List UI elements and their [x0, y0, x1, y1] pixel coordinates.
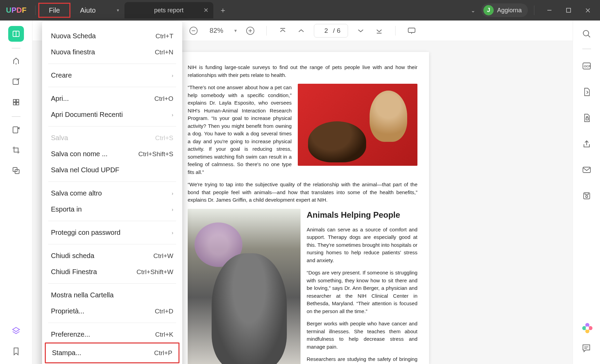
- rail-separator: [582, 49, 591, 49]
- menu-new-window[interactable]: Nuova finestra Ctrl+N: [42, 44, 182, 60]
- menu-help[interactable]: Aiuto: [70, 3, 105, 18]
- tab-bar: ▼ pets report ✕ ＋: [111, 2, 466, 18]
- svg-text:OCR: OCR: [584, 65, 591, 68]
- menu-separator: [48, 87, 176, 87]
- new-tab-button[interactable]: ＋: [216, 3, 230, 17]
- zoom-level: 82%: [206, 27, 227, 35]
- pdf-page: NIH is funding large-scale surveys to fi…: [176, 52, 429, 364]
- rail-separator: [12, 48, 21, 49]
- avatar: J: [483, 5, 494, 15]
- layers-button[interactable]: [8, 323, 24, 339]
- reader-mode-button[interactable]: [8, 26, 24, 42]
- tab-document[interactable]: pets report ✕: [124, 2, 213, 18]
- title-bar-right: ⌄ J Aggiorna: [466, 3, 597, 17]
- zoom-in-button[interactable]: [244, 25, 256, 37]
- menu-protect[interactable]: Proteggi con password ›: [42, 225, 182, 241]
- organize-pages-button[interactable]: [8, 94, 24, 110]
- close-button[interactable]: [579, 3, 597, 17]
- search-button[interactable]: [579, 26, 595, 42]
- menu-close-window[interactable]: Chiudi Finestra Ctrl+Shift+W: [42, 264, 182, 280]
- last-page-button[interactable]: [373, 25, 385, 37]
- menu-separator: [48, 283, 176, 284]
- tab-title: pets report: [154, 7, 184, 14]
- svg-rect-9: [16, 99, 19, 102]
- menu-save-other[interactable]: Salva come altro ›: [42, 185, 182, 201]
- page-sep: /: [333, 27, 335, 35]
- menu-save-as[interactable]: Salva con nome ... Ctrl+Shift+S: [42, 146, 182, 162]
- menu-properties[interactable]: Proprietà... Ctrl+D: [42, 303, 182, 319]
- chevron-down-icon[interactable]: ⌄: [466, 7, 480, 14]
- chevron-right-icon: ›: [172, 112, 173, 118]
- redact-button[interactable]: [8, 122, 24, 137]
- edit-text-button[interactable]: [8, 74, 24, 90]
- zoom-dropdown[interactable]: ▼: [234, 28, 238, 33]
- menu-create[interactable]: Creare ›: [42, 67, 182, 83]
- separator: [35, 5, 36, 15]
- menu-save-cloud[interactable]: Salva nel Cloud UPDF: [42, 162, 182, 178]
- ocr-button[interactable]: OCR: [579, 58, 595, 74]
- protect-button[interactable]: [579, 110, 595, 126]
- page-total: 6: [337, 27, 341, 35]
- menu-separator: [48, 244, 176, 244]
- close-icon[interactable]: ✕: [203, 6, 209, 14]
- menu-close-tab[interactable]: Chiudi scheda Ctrl+W: [42, 248, 182, 264]
- svg-rect-29: [583, 167, 590, 173]
- tab-list-dropdown[interactable]: ▼: [111, 2, 124, 18]
- compare-button[interactable]: [8, 163, 24, 178]
- menu-new-tab[interactable]: Nuova Scheda Ctrl+T: [42, 28, 182, 44]
- crop-button[interactable]: [8, 142, 24, 158]
- email-button[interactable]: [579, 162, 595, 178]
- menu-open[interactable]: Apri... Ctrl+O: [42, 91, 182, 107]
- separator: [534, 5, 534, 15]
- save-button[interactable]: [579, 188, 595, 204]
- convert-button[interactable]: [579, 84, 595, 100]
- svg-line-25: [588, 35, 590, 37]
- annotate-button[interactable]: [8, 53, 24, 69]
- menu-export[interactable]: Esporta in ›: [42, 201, 182, 217]
- image-dogs: [298, 84, 417, 166]
- heading: Animals Helping People: [307, 209, 417, 221]
- minimize-button[interactable]: [541, 3, 558, 17]
- svg-rect-10: [13, 103, 16, 105]
- menu-preferences[interactable]: Preferenze... Ctrl+K: [42, 326, 182, 342]
- menu-open-recent[interactable]: Apri Documenti Recenti ›: [42, 107, 182, 123]
- svg-rect-1: [566, 8, 571, 12]
- ai-assistant-button[interactable]: [582, 322, 593, 334]
- rail-separator: [12, 116, 21, 117]
- maximize-button[interactable]: [560, 3, 577, 17]
- menu-separator: [48, 64, 176, 64]
- svg-rect-11: [16, 103, 19, 105]
- body-text: Berger works with people who have cancer…: [307, 320, 417, 351]
- menu-separator: [48, 221, 176, 221]
- chevron-right-icon: ›: [172, 207, 173, 212]
- zoom-out-button[interactable]: [188, 25, 199, 37]
- title-bar: UPDF File Aiuto ▼ pets report ✕ ＋ ⌄ J Ag…: [0, 0, 600, 21]
- right-rail: OCR: [573, 21, 600, 364]
- menu-file[interactable]: File: [38, 3, 70, 18]
- share-button[interactable]: [579, 136, 595, 152]
- separator: [395, 26, 396, 36]
- page-current-input[interactable]: [321, 27, 331, 35]
- upgrade-label: Aggiorna: [497, 7, 522, 14]
- next-page-button[interactable]: [355, 25, 366, 37]
- menu-reveal[interactable]: Mostra nella Cartella: [42, 287, 182, 303]
- prev-page-button[interactable]: [295, 25, 307, 37]
- svg-rect-22: [408, 28, 415, 32]
- body-text: Researchers are studying the safety of b…: [307, 355, 417, 364]
- presentation-button[interactable]: [406, 25, 417, 37]
- chevron-right-icon: ›: [172, 191, 173, 196]
- menu-separator: [48, 323, 176, 323]
- bookmark-button[interactable]: [8, 343, 24, 359]
- body-text: “There's not one answer about how a pet …: [188, 84, 292, 176]
- svg-rect-8: [13, 99, 16, 102]
- page-indicator[interactable]: / 6: [314, 24, 348, 38]
- svg-point-24: [583, 30, 589, 36]
- body-text: “Dogs are very present. If someone is st…: [307, 269, 417, 315]
- upgrade-badge[interactable]: J Aggiorna: [481, 3, 528, 17]
- left-rail: [0, 21, 32, 364]
- menu-separator: [48, 181, 176, 182]
- first-page-button[interactable]: [277, 25, 289, 37]
- feedback-button[interactable]: [582, 343, 593, 355]
- svg-rect-32: [585, 193, 588, 194]
- menu-print[interactable]: Stampa... Ctrl+P: [45, 342, 179, 363]
